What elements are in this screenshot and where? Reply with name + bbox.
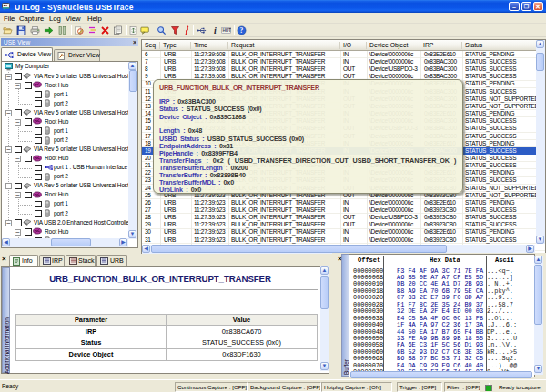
svg-text:HOT: HOT: [222, 28, 231, 33]
svg-text:?: ?: [239, 26, 243, 35]
